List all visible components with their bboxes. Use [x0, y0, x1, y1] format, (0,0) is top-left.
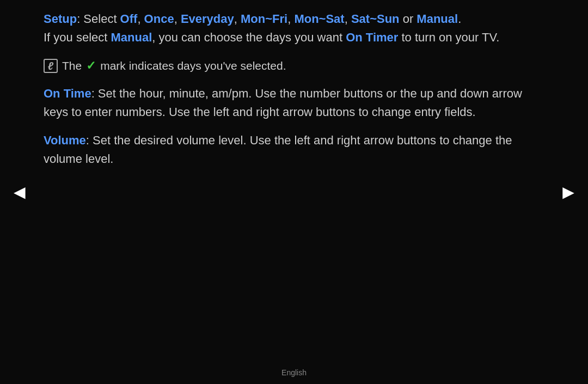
volume-label: Volume [44, 133, 86, 147]
main-content: Setup: Select Off, Once, Everyday, Mon~F… [33, 0, 555, 368]
setup-ontimer: On Timer [346, 31, 398, 44]
setup-line2-post: to turn on your TV. [398, 31, 499, 44]
checkmark-icon: ✓ [86, 57, 96, 75]
setup-end: . [458, 12, 461, 26]
setup-line2-pre: If you select [44, 31, 111, 44]
right-arrow-icon: ► [559, 181, 578, 203]
setup-monfri: Mon~Fri [241, 12, 287, 26]
setup-manual2: Manual [111, 31, 152, 44]
ontime-label: On Time [44, 87, 91, 100]
setup-line2-mid: , you can choose the days you want [152, 31, 346, 44]
setup-intro: : Select [77, 12, 120, 26]
ontime-paragraph: On Time: Set the hour, minute, am/pm. Us… [44, 84, 544, 121]
note-the: The [62, 57, 82, 75]
volume-paragraph: Volume: Set the desired volume level. Us… [44, 131, 544, 168]
left-arrow-icon: ◄ [10, 181, 29, 203]
note-icon: ℓ [44, 59, 58, 73]
setup-satsun: Sat~Sun [351, 12, 400, 26]
setup-everyday: Everyday [181, 12, 234, 26]
setup-comma2: , [174, 12, 181, 26]
note-line: ℓ The ✓ mark indicates days you've selec… [44, 57, 544, 75]
setup-monsat: Mon~Sat [294, 12, 344, 26]
setup-comma3: , [234, 12, 241, 26]
setup-or: or [400, 12, 417, 26]
setup-manual: Manual [416, 12, 458, 26]
volume-text: : Set the desired volume level. Use the … [44, 133, 512, 166]
footer-language: English [281, 367, 307, 379]
setup-comma1: , [137, 12, 144, 26]
setup-once: Once [144, 12, 174, 26]
setup-off: Off [120, 12, 138, 26]
setup-label: Setup [44, 12, 77, 26]
setup-comma5: , [345, 12, 351, 26]
ontime-text: : Set the hour, minute, am/pm. Use the n… [44, 87, 522, 119]
setup-comma4: , [287, 12, 294, 26]
setup-paragraph: Setup: Select Off, Once, Everyday, Mon~F… [44, 10, 544, 47]
note-mid: mark indicates days you've selected. [100, 57, 286, 75]
